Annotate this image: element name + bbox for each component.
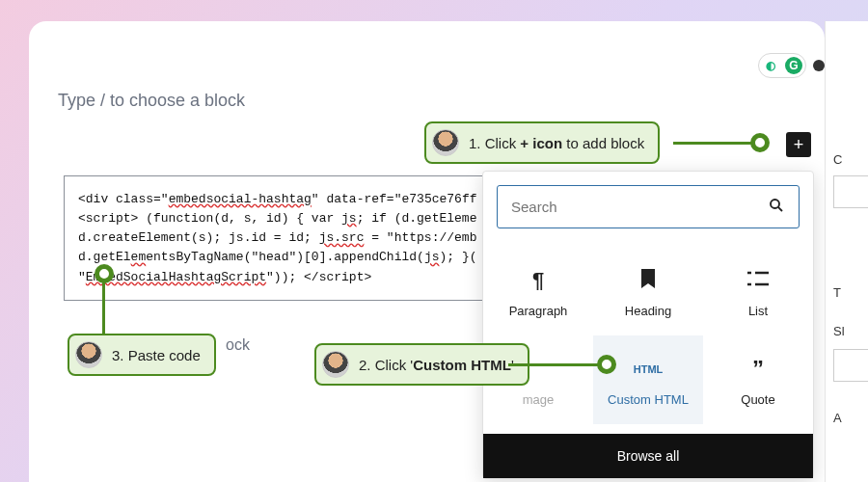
quote-icon: ” xyxy=(752,356,764,383)
search-icon[interactable] xyxy=(768,197,785,218)
block-label: Heading xyxy=(625,304,671,318)
block-label: List xyxy=(748,304,768,318)
grammarly-icon: G xyxy=(785,57,802,74)
bulb-icon: ◐ xyxy=(762,57,779,74)
sidebar-label-c: C xyxy=(833,152,842,167)
code-block[interactable]: <div class="embedsocial-hashtag" data-re… xyxy=(64,175,505,301)
truncated-placeholder: ock xyxy=(226,336,250,354)
connector-line-3 xyxy=(102,280,105,335)
block-item-paragraph[interactable]: ¶ Paragraph xyxy=(483,247,593,335)
callout-step-1: 1. Click + icon to add block xyxy=(424,121,660,164)
block-inserter-panel: ¶ Paragraph Heading List mage HTML Custo… xyxy=(482,171,814,479)
html-icon: HTML xyxy=(634,363,664,375)
list-icon xyxy=(747,271,769,289)
block-item-heading[interactable]: Heading xyxy=(593,247,703,335)
connector-line-1 xyxy=(673,142,754,145)
block-grid: ¶ Paragraph Heading List mage HTML Custo… xyxy=(483,247,813,424)
block-label: Paragraph xyxy=(509,304,568,318)
search-wrap xyxy=(497,185,800,228)
editor-card: ◐ G Type / to choose a block <div class=… xyxy=(29,21,825,482)
svg-line-1 xyxy=(778,206,782,210)
plus-icon: + xyxy=(794,135,804,155)
block-label: Custom HTML xyxy=(608,392,689,407)
connector-line-2 xyxy=(508,363,603,366)
assistant-badge[interactable]: ◐ G xyxy=(758,53,806,78)
block-item-custom-html[interactable]: HTML Custom HTML xyxy=(593,335,703,424)
sidebar-field-2[interactable] xyxy=(833,349,868,382)
callout-step-2: 2. Click 'Custom HTML' xyxy=(314,343,529,386)
block-label: Quote xyxy=(741,392,774,407)
sidebar-field-1[interactable] xyxy=(833,175,868,208)
sidebar-label-s: Sl xyxy=(833,324,845,338)
bookmark-icon xyxy=(639,269,657,291)
block-item-list[interactable]: List xyxy=(703,247,813,335)
connector-dot-2 xyxy=(597,355,616,374)
svg-point-0 xyxy=(771,200,779,208)
block-placeholder[interactable]: Type / to choose a block xyxy=(58,91,245,111)
add-block-button[interactable]: + xyxy=(786,132,811,157)
edge-dot xyxy=(813,60,825,71)
browse-all-button[interactable]: Browse all xyxy=(483,434,813,478)
callout-text: 1. Click + icon to add block xyxy=(469,135,644,151)
connector-dot-1 xyxy=(750,133,770,152)
callout-text: 2. Click 'Custom HTML' xyxy=(359,357,514,373)
callout-step-3: 3. Paste code xyxy=(68,334,216,376)
browse-label: Browse all xyxy=(617,448,680,464)
connector-dot-3 xyxy=(95,264,114,283)
paragraph-icon: ¶ xyxy=(532,268,544,293)
block-label: mage xyxy=(523,392,555,407)
search-input[interactable] xyxy=(511,199,768,215)
sidebar-label-a: A xyxy=(833,411,842,425)
sidebar-label-t: T xyxy=(833,285,841,300)
avatar-icon xyxy=(322,351,349,378)
avatar-icon xyxy=(432,129,459,156)
callout-text: 3. Paste code xyxy=(112,347,201,363)
block-item-quote[interactable]: ” Quote xyxy=(703,335,813,424)
avatar-icon xyxy=(75,341,102,368)
right-sidebar: C T Sl A xyxy=(825,21,868,482)
